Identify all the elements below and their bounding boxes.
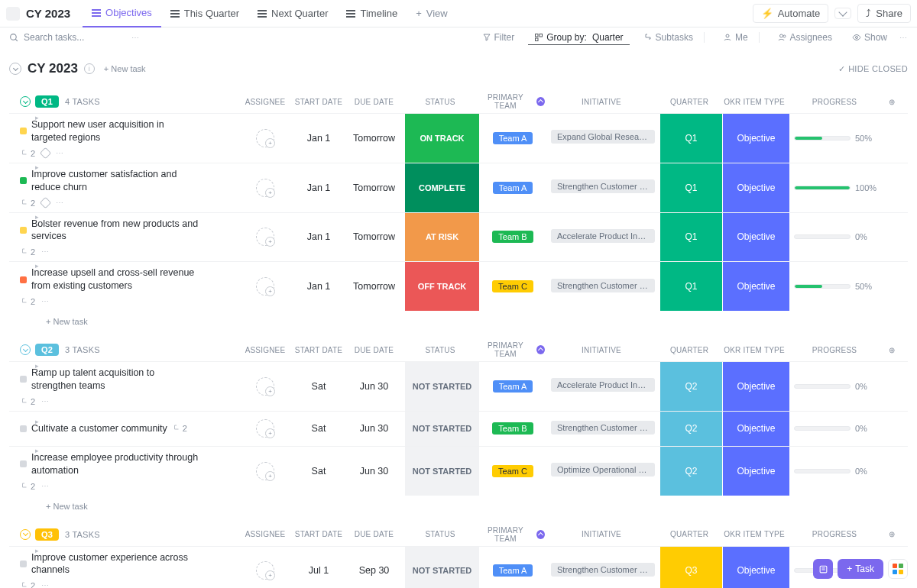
add-column-button[interactable]: ⊕ xyxy=(881,530,902,538)
team-chip[interactable]: Team A xyxy=(493,132,533,144)
okr-cell[interactable]: Objective xyxy=(723,412,789,446)
start-date[interactable]: Jul 1 xyxy=(292,565,345,576)
progress-cell[interactable]: 100% xyxy=(789,183,883,192)
status-square-icon[interactable] xyxy=(20,128,27,134)
col-due[interactable]: DUE DATE xyxy=(345,530,403,538)
task-title[interactable]: Ramp up talent acquisition to strengthen… xyxy=(31,367,199,393)
initiative-chip[interactable]: Expand Global Research xyxy=(551,130,655,144)
add-column-button[interactable]: ⊕ xyxy=(881,346,902,354)
initiative-chip[interactable]: Strengthen Customer Retenti... xyxy=(551,563,655,577)
due-date[interactable]: Tomorrow xyxy=(345,231,403,242)
assignee-avatar[interactable] xyxy=(256,129,274,147)
team-chip[interactable]: Team C xyxy=(492,280,533,292)
collapse-toggle[interactable] xyxy=(9,63,21,75)
task-title[interactable]: Improve customer satisfaction and reduce… xyxy=(31,168,199,194)
task-row[interactable]: ▸ Support new user acquisition in target… xyxy=(9,113,908,163)
task-row[interactable]: ▸ Bolster revenue from new products and … xyxy=(9,212,908,262)
task-row[interactable]: ▸ Increase upsell and cross-sell revenue… xyxy=(9,261,908,311)
subtask-count[interactable]: 2 xyxy=(20,199,35,208)
due-date[interactable]: Sep 30 xyxy=(345,565,403,576)
expand-icon[interactable]: ▸ xyxy=(35,213,39,221)
row-more[interactable]: ⋯ xyxy=(41,581,50,588)
assignees-button[interactable]: Assignees xyxy=(772,31,838,44)
col-status[interactable]: STATUS xyxy=(403,98,478,106)
quarter-cell[interactable]: Q1 xyxy=(660,262,722,311)
status-square-icon[interactable] xyxy=(20,227,27,234)
row-more[interactable]: ⋯ xyxy=(41,247,50,257)
due-date[interactable]: Jun 30 xyxy=(345,381,403,392)
search-input[interactable]: Search tasks... xyxy=(9,32,131,43)
new-task-row[interactable]: + New task xyxy=(9,311,908,332)
col-okr[interactable]: OKR ITEM TYPE xyxy=(721,98,788,106)
filter-button[interactable]: Filter xyxy=(476,31,521,44)
initiative-chip[interactable]: Strengthen Customer Retenti... xyxy=(551,279,655,292)
due-date[interactable]: Tomorrow xyxy=(345,133,403,144)
add-column-button[interactable]: ⊕ xyxy=(881,98,902,106)
col-assignee[interactable]: ASSIGNEE xyxy=(238,530,292,538)
status-cell[interactable]: AT RISK xyxy=(405,213,479,262)
search-more[interactable]: ⋯ xyxy=(131,34,140,42)
assignee-avatar[interactable] xyxy=(256,462,274,480)
col-start[interactable]: START DATE xyxy=(292,530,345,538)
subtask-count[interactable]: 2 xyxy=(20,482,35,491)
row-more[interactable]: ⋯ xyxy=(56,149,64,158)
link-badge[interactable] xyxy=(41,199,50,208)
link-badge[interactable] xyxy=(41,149,50,158)
status-square-icon[interactable] xyxy=(20,561,27,567)
col-initiative[interactable]: INITIATIVE xyxy=(545,346,658,354)
group-toggle[interactable] xyxy=(20,529,31,540)
assignee-avatar[interactable] xyxy=(256,377,274,396)
row-more[interactable]: ⋯ xyxy=(56,199,64,208)
automate-button[interactable]: ⚡Automate xyxy=(753,4,829,23)
status-cell[interactable]: ON TRACK xyxy=(405,114,479,163)
start-date[interactable]: Jan 1 xyxy=(292,183,345,193)
task-title[interactable]: Increase upsell and cross-sell revenue f… xyxy=(31,267,199,292)
task-row[interactable]: ▸ Increase employee productivity through… xyxy=(9,446,908,496)
status-square-icon[interactable] xyxy=(20,376,27,383)
assignee-avatar[interactable] xyxy=(256,561,274,580)
col-due[interactable]: DUE DATE xyxy=(345,98,403,106)
group-chip[interactable]: Q3 xyxy=(35,528,59,541)
task-row[interactable]: ▸ Improve customer experience across cha… xyxy=(9,546,908,589)
progress-cell[interactable]: 0% xyxy=(789,467,883,476)
status-cell[interactable]: NOT STARTED xyxy=(405,362,479,411)
col-quarter[interactable]: QUARTER xyxy=(658,530,721,538)
group-toggle[interactable] xyxy=(20,344,31,355)
okr-cell[interactable]: Objective xyxy=(723,262,789,311)
col-progress[interactable]: PROGRESS xyxy=(788,530,881,538)
subtask-count[interactable]: 2 xyxy=(20,149,35,158)
task-title[interactable]: Improve customer experience across chann… xyxy=(31,551,199,577)
new-task-button[interactable]: + New task xyxy=(104,64,146,73)
col-quarter[interactable]: QUARTER xyxy=(658,98,721,106)
col-progress[interactable]: PROGRESS xyxy=(788,346,881,354)
team-chip[interactable]: Team A xyxy=(493,380,533,393)
status-square-icon[interactable] xyxy=(20,276,27,283)
quarter-cell[interactable]: Q1 xyxy=(660,213,722,262)
progress-cell[interactable]: 50% xyxy=(789,134,883,143)
status-cell[interactable]: COMPLETE xyxy=(405,163,479,212)
status-cell[interactable]: NOT STARTED xyxy=(405,412,479,446)
col-start[interactable]: START DATE xyxy=(292,98,345,106)
assignee-avatar[interactable] xyxy=(256,228,274,246)
okr-cell[interactable]: Objective xyxy=(723,213,789,262)
quarter-cell[interactable]: Q1 xyxy=(660,163,722,212)
tab-timeline[interactable]: Timeline xyxy=(337,0,407,27)
quarter-cell[interactable]: Q1 xyxy=(660,114,722,163)
initiative-chip[interactable]: Accelerate Product Innovation xyxy=(551,378,655,392)
quarter-cell[interactable]: Q2 xyxy=(660,412,722,446)
quarter-cell[interactable]: Q3 xyxy=(660,547,722,589)
expand-icon[interactable]: ▸ xyxy=(35,447,39,454)
team-chip[interactable]: Team B xyxy=(492,422,533,435)
tab-this-quarter[interactable]: This Quarter xyxy=(161,0,248,27)
due-date[interactable]: Tomorrow xyxy=(345,183,403,193)
row-more[interactable]: ⋯ xyxy=(41,397,50,406)
info-icon[interactable]: i xyxy=(84,63,95,74)
progress-cell[interactable]: 0% xyxy=(789,382,883,391)
okr-cell[interactable]: Objective xyxy=(723,547,789,589)
col-progress[interactable]: PROGRESS xyxy=(788,98,881,106)
team-chip[interactable]: Team C xyxy=(492,465,533,477)
fab-task-button[interactable]: +Task xyxy=(838,559,883,579)
initiative-chip[interactable]: Accelerate Product Innovation xyxy=(551,229,655,243)
col-status[interactable]: STATUS xyxy=(403,530,478,538)
start-date[interactable]: Jan 1 xyxy=(292,133,345,144)
